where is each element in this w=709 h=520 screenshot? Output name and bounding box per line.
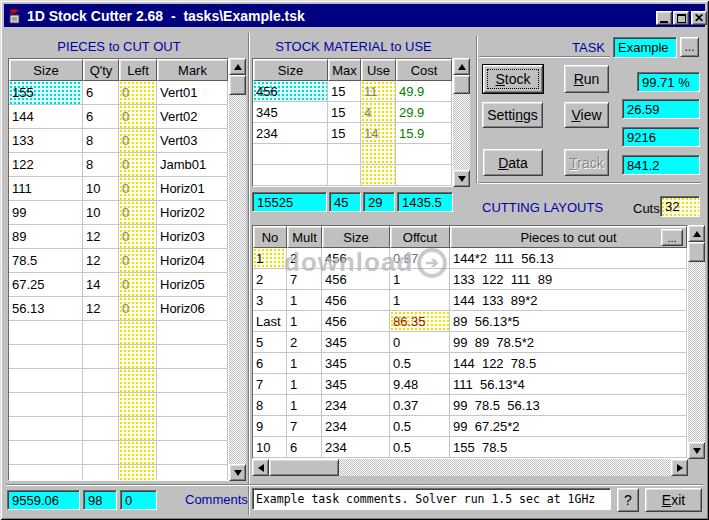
stock-col-cost[interactable]: Cost (396, 59, 452, 81)
pieces-mark-cell[interactable]: Vert03 (157, 129, 228, 153)
pieces-scroll-thumb[interactable] (229, 75, 246, 95)
layouts-table-row[interactable]: 10 6 234 0.5 155 78.5 (253, 437, 687, 458)
layouts-hscrollbar[interactable] (252, 459, 688, 476)
pieces-size-cell[interactable]: 122 (9, 153, 83, 177)
pieces-qty-cell[interactable]: 6 (83, 105, 119, 129)
layouts-col-offcut[interactable]: Offcut (390, 226, 450, 248)
layouts-scroll-left-button[interactable] (252, 459, 269, 476)
layouts-no-cell[interactable]: 10 (253, 437, 287, 458)
pieces-qty-cell[interactable]: 8 (83, 129, 119, 153)
pieces-table-row[interactable]: 89 12 0 Horiz03 (9, 225, 228, 249)
pieces-size-cell[interactable]: 67.25 (9, 273, 83, 297)
pieces-mark-cell[interactable]: Vert02 (157, 105, 228, 129)
stock-table-row[interactable]: 345 15 4 29.9 (253, 102, 452, 123)
stock-scroll-down-button[interactable] (453, 170, 470, 187)
layouts-offcut-cell[interactable]: 0 (390, 332, 450, 353)
stock-size-cell[interactable]: 345 (253, 102, 328, 123)
layouts-mult-cell[interactable]: 7 (287, 269, 322, 290)
pieces-qty-cell[interactable]: 10 (83, 177, 119, 201)
pieces-mark-cell[interactable]: Horiz02 (157, 201, 228, 225)
stock-table-row[interactable]: 456 15 11 49.9 (253, 81, 452, 102)
pieces-size-cell[interactable]: 56.13 (9, 297, 83, 321)
layouts-no-cell[interactable]: 3 (253, 290, 287, 311)
layouts-mult-cell[interactable]: 1 (287, 311, 322, 332)
layouts-pieces-cell[interactable]: 144 122 78.5 (450, 353, 687, 374)
layouts-no-cell[interactable]: Last (253, 311, 287, 332)
stock-scrollbar[interactable] (453, 58, 470, 187)
stock-max-cell[interactable]: 15 (328, 81, 361, 102)
stock-button[interactable]: Stock (483, 65, 543, 93)
layouts-mult-cell[interactable]: 2 (287, 332, 322, 353)
pieces-qty-cell[interactable]: 6 (83, 81, 119, 105)
pieces-col-qty[interactable]: Q'ty (83, 59, 119, 81)
layouts-mult-cell[interactable]: 1 (287, 353, 322, 374)
layouts-no-cell[interactable]: 5 (253, 332, 287, 353)
close-button[interactable]: ✕ (691, 11, 707, 25)
layouts-pieces-cell[interactable]: 99 89 78.5*2 (450, 332, 687, 353)
layouts-mult-cell[interactable]: 7 (287, 416, 322, 437)
layouts-size-cell[interactable]: 234 (322, 395, 390, 416)
task-browse-button[interactable]: ... (680, 37, 699, 57)
pieces-table-row[interactable]: 133 8 0 Vert03 (9, 129, 228, 153)
layouts-table-row[interactable]: Last 1 456 86.35 89 56.13*5 (253, 311, 687, 332)
pieces-table-row[interactable]: 155 6 0 Vert01 (9, 81, 228, 105)
pieces-qty-cell[interactable]: 12 (83, 225, 119, 249)
layouts-pieces-cell[interactable]: 89 56.13*5 (450, 311, 687, 332)
pieces-size-cell[interactable]: 99 (9, 201, 83, 225)
layouts-scroll-up-button[interactable] (688, 225, 705, 242)
layouts-col-no[interactable]: No (253, 226, 287, 248)
stock-size-cell[interactable]: 456 (253, 81, 328, 102)
layouts-mult-cell[interactable]: 1 (287, 374, 322, 395)
pieces-table-row[interactable]: 144 6 0 Vert02 (9, 105, 228, 129)
stock-cost-cell[interactable]: 15.9 (396, 123, 452, 144)
task-name-field[interactable]: Example (613, 37, 677, 58)
stock-scroll-up-button[interactable] (453, 58, 470, 75)
layouts-hscroll-thumb[interactable] (269, 459, 339, 476)
layouts-mult-cell[interactable]: 2 (287, 248, 322, 269)
layouts-offcut-cell[interactable]: 9.48 (390, 374, 450, 395)
pieces-qty-cell[interactable]: 14 (83, 273, 119, 297)
layouts-pieces-cell[interactable]: 144*2 111 56.13 (450, 248, 687, 269)
pieces-qty-cell[interactable]: 10 (83, 201, 119, 225)
layouts-mult-cell[interactable]: 6 (287, 437, 322, 458)
comments-input[interactable] (252, 488, 611, 510)
layouts-size-cell[interactable]: 345 (322, 332, 390, 353)
pieces-mark-cell[interactable]: Horiz05 (157, 273, 228, 297)
layouts-offcut-cell[interactable]: 1 (390, 269, 450, 290)
pieces-mark-cell[interactable]: Horiz06 (157, 297, 228, 321)
layouts-offcut-cell[interactable]: 1 (390, 290, 450, 311)
layouts-pieces-cell[interactable]: 144 133 89*2 (450, 290, 687, 311)
layouts-col-size[interactable]: Size (322, 226, 390, 248)
stock-col-size[interactable]: Size (253, 59, 328, 81)
layouts-table-row[interactable]: 1 2 456 0.87 144*2 111 56.13 (253, 248, 687, 269)
pieces-mark-cell[interactable]: Horiz01 (157, 177, 228, 201)
run-button[interactable]: Run (564, 65, 609, 93)
pieces-qty-cell[interactable]: 8 (83, 153, 119, 177)
pieces-size-cell[interactable]: 133 (9, 129, 83, 153)
layouts-size-cell[interactable]: 456 (322, 311, 390, 332)
layouts-offcut-cell[interactable]: 0.5 (390, 353, 450, 374)
stock-size-cell[interactable]: 234 (253, 123, 328, 144)
layouts-no-cell[interactable]: 9 (253, 416, 287, 437)
layouts-offcut-cell[interactable]: 0.5 (390, 416, 450, 437)
maximize-button[interactable] (673, 11, 689, 25)
stock-max-cell[interactable]: 15 (328, 123, 361, 144)
layouts-size-cell[interactable]: 456 (322, 290, 390, 311)
layouts-size-cell[interactable]: 456 (322, 269, 390, 290)
layouts-more-button[interactable]: ... (661, 229, 683, 246)
pieces-col-size[interactable]: Size (9, 59, 83, 81)
layouts-vscroll-thumb[interactable] (688, 242, 705, 262)
stock-col-use[interactable]: Use (361, 59, 396, 81)
stock-table-row[interactable]: 234 15 14 15.9 (253, 123, 452, 144)
layouts-no-cell[interactable]: 6 (253, 353, 287, 374)
stock-max-cell[interactable]: 15 (328, 102, 361, 123)
pieces-size-cell[interactable]: 89 (9, 225, 83, 249)
layouts-size-cell[interactable]: 345 (322, 353, 390, 374)
layouts-mult-cell[interactable]: 1 (287, 395, 322, 416)
layouts-col-pieces[interactable]: Pieces to cut out ... (450, 226, 687, 248)
layouts-no-cell[interactable]: 2 (253, 269, 287, 290)
pieces-scroll-down-button[interactable] (229, 464, 246, 481)
pieces-qty-cell[interactable]: 12 (83, 297, 119, 321)
stock-scroll-thumb[interactable] (453, 75, 470, 94)
pieces-col-left[interactable]: Left (119, 59, 157, 81)
